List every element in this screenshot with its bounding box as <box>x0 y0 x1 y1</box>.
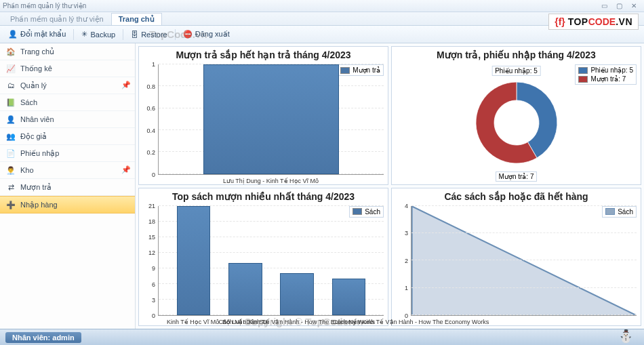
donut-label-top: Phiếu nhập: 5 <box>491 66 541 76</box>
pin-icon: 📌 <box>121 81 131 90</box>
legend: Phiếu nhập: 5 Mượn trả: 7 <box>575 64 637 85</box>
dashboard-content: Mượn trả sắp hết hạn trả tháng 4/2023 Mư… <box>136 43 644 329</box>
nav-icon: ➕ <box>5 199 16 210</box>
nav-icon: 📄 <box>5 148 16 159</box>
sidebar-item-0[interactable]: 🏠Trang chủ <box>0 43 135 60</box>
panel-expiring-loans: Mượn trả sắp hết hạn trả tháng 4/2023 Mư… <box>138 46 388 185</box>
donut-svg <box>466 72 567 174</box>
chart-donut: Phiếu nhập: 5 Mượn trả: 7 Phiếu nhập: 5 … <box>392 62 641 184</box>
sidebar-item-3[interactable]: 📗Sách <box>0 94 135 111</box>
backup-button[interactable]: ✳ Backup <box>77 28 119 40</box>
panel-title: Mượn trả sắp hết hạn trả tháng 4/2023 <box>139 47 388 62</box>
sidebar-item-7[interactable]: 👨‍💼Kho📌 <box>0 162 135 179</box>
sidebar-item-4[interactable]: 👤Nhân viên <box>0 111 135 128</box>
panel-loans-receipts: Mượn trả, phiếu nhập tháng 4/2023 Phiếu … <box>391 46 641 185</box>
toolbar: 👤 Đổi mật khẩu ✳ Backup 🗄 Restore ⛔ Đăng… <box>0 26 644 43</box>
nav-icon: 🗂 <box>5 80 16 91</box>
logout-icon: ⛔ <box>183 30 193 39</box>
legend-label: Phiếu nhập: 5 <box>590 66 633 74</box>
separator <box>73 29 74 40</box>
nav-label: Trang chủ <box>20 47 54 56</box>
restore-icon: 🗄 <box>131 31 138 39</box>
logo-prefix: {f} <box>555 16 565 27</box>
separator <box>123 29 123 40</box>
logo-brand1: TOP <box>568 16 588 27</box>
tab-app-title[interactable]: Phần mềm quản lý thư viện <box>3 13 111 25</box>
window-titlebar: Phần mềm quản lý thư viện ▭ ▢ ✕ <box>0 0 644 12</box>
ribbon-tabs: Phần mềm quản lý thư viện Trang chủ <box>0 12 644 26</box>
nav-label: Quản lý <box>20 81 47 90</box>
tab-home[interactable]: Trang chủ <box>111 13 162 25</box>
nav-label: Nhân viên <box>20 115 54 123</box>
restore-button[interactable]: 🗄 Restore <box>127 29 172 40</box>
svg-marker-0 <box>411 206 637 316</box>
pin-icon: 📌 <box>121 165 131 175</box>
legend-label: Mượn trả: 7 <box>590 75 626 83</box>
status-user: Nhân viên: admin <box>5 332 81 343</box>
sidebar-item-6[interactable]: 📄Phiếu nhập <box>0 145 135 162</box>
nav-label: Mượn trả <box>20 183 52 192</box>
nav-label: Độc giả <box>20 132 47 141</box>
nav-icon: 📈 <box>5 63 16 74</box>
restore-label: Restore <box>141 31 167 39</box>
sidebar-item-2[interactable]: 🗂Quản lý📌 <box>0 77 135 94</box>
nav-icon: 👨‍💼 <box>5 165 16 176</box>
logout-label: Đăng xuất <box>195 30 230 39</box>
sidebar-item-9[interactable]: ➕Nhập hàng <box>0 196 135 214</box>
logo-brand2: CODE <box>588 16 616 27</box>
sidebar-item-8[interactable]: ⇄Mượn trả <box>0 179 135 196</box>
sidebar-item-1[interactable]: 📈Thống kê <box>0 60 135 77</box>
chart-top-books: Sách 036912151821 Kinh Tế Học Vĩ MôBộ Lu… <box>139 203 388 326</box>
snowman-icon: ⛄ <box>618 329 633 344</box>
chart-low-stock: Sách 01234 Cách Nền Kinh Tế Vận Hành - H… <box>392 203 641 326</box>
nav-icon: ⇄ <box>5 182 16 192</box>
nav-label: Thống kê <box>20 64 52 73</box>
nav-icon: 👤 <box>5 114 16 125</box>
nav-icon: 📗 <box>5 97 16 108</box>
logout-button[interactable]: ⛔ Đăng xuất <box>179 28 234 40</box>
topcode-logo: {f} TOPCODE.VN <box>548 14 639 30</box>
logo-suffix: .VN <box>616 16 632 27</box>
panel-title: Mượn trả, phiếu nhập tháng 4/2023 <box>392 47 641 62</box>
nav-label: Nhập hàng <box>20 201 58 209</box>
change-password-label: Đổi mật khẩu <box>20 30 66 39</box>
nav-label: Sách <box>20 98 37 106</box>
user-icon: 👤 <box>8 30 18 39</box>
app-title: Phần mềm quản lý thư viện <box>3 2 86 9</box>
nav-icon: 👥 <box>5 131 16 142</box>
sidebar-item-5[interactable]: 👥Độc giả <box>0 128 135 145</box>
area-svg <box>411 206 637 316</box>
gear-icon: ✳ <box>81 30 87 39</box>
nav-label: Phiếu nhập <box>20 149 59 158</box>
panel-title: Top sách mượn nhiều nhất tháng 4/2023 <box>139 188 388 203</box>
donut-label-bottom: Mượn trả: 7 <box>496 171 538 182</box>
statusbar: Nhân viên: admin ⛄ <box>0 329 644 345</box>
panel-top-books: Top sách mượn nhiều nhất tháng 4/2023 Sá… <box>138 188 388 327</box>
maximize-button[interactable]: ▢ <box>611 2 626 9</box>
change-password-button[interactable]: 👤 Đổi mật khẩu <box>4 28 70 40</box>
close-button[interactable]: ✕ <box>626 2 641 9</box>
minimize-button[interactable]: ▭ <box>597 2 611 9</box>
separator <box>175 29 176 40</box>
panel-low-stock: Các sách sắp hoặc đã hết hàng Sách 01234… <box>391 188 641 327</box>
panel-title: Các sách sắp hoặc đã hết hàng <box>392 188 641 203</box>
nav-label: Kho <box>20 166 34 174</box>
backup-label: Backup <box>90 31 115 39</box>
chart-expiring-loans: Mượn trả 00.20.40.60.81 Lưu Thị Dung - K… <box>139 62 388 184</box>
sidebar: 🏠Trang chủ📈Thống kê🗂Quản lý📌📗Sách👤Nhân v… <box>0 43 136 329</box>
nav-icon: 🏠 <box>5 46 16 57</box>
